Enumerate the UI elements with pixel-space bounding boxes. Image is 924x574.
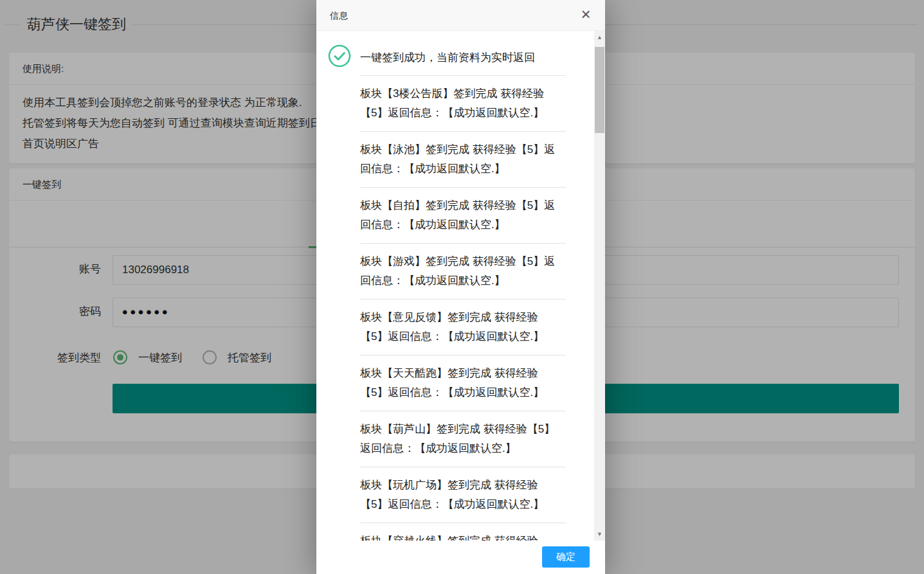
list-item: 板块【3楼公告版】签到完成 获得经验【5】返回信息：【成功返回默认空.】	[360, 76, 566, 132]
info-modal: 信息 × 一键签到成功，当前资料为实时返回 板块【3楼公告版】签到完成 获得经验…	[316, 0, 605, 574]
modal-footer: 确定	[316, 541, 605, 574]
list-item: 板块【自拍】签到完成 获得经验【5】返回信息：【成功返回默认空.】	[360, 188, 566, 244]
list-item: 板块【玩机广场】签到完成 获得经验【5】返回信息：【成功返回默认空.】	[360, 467, 566, 523]
list-item: 板块【葫芦山】签到完成 获得经验【5】返回信息：【成功返回默认空.】	[360, 411, 566, 467]
list-item: 板块【穿越火线】签到完成 获得经验【5】返回信息：【成功返回默认空.】	[360, 523, 566, 541]
modal-scrollbar[interactable]: ▲ ▼	[594, 31, 605, 541]
screen: 葫芦侠一键签到 使用说明: 使用本工具签到会顶掉您之前账号的登录状态 为正常现象…	[0, 0, 924, 574]
list-item: 板块【意见反馈】签到完成 获得经验【5】返回信息：【成功返回默认空.】	[360, 300, 566, 355]
confirm-button[interactable]: 确定	[542, 546, 590, 568]
list-item: 板块【天天酷跑】签到完成 获得经验【5】返回信息：【成功返回默认空.】	[360, 355, 566, 411]
modal-body: 一键签到成功，当前资料为实时返回 板块【3楼公告版】签到完成 获得经验【5】返回…	[316, 31, 594, 541]
close-icon[interactable]: ×	[574, 0, 597, 30]
success-message: 一键签到成功，当前资料为实时返回	[360, 51, 535, 64]
success-check-icon	[328, 44, 351, 67]
scrollbar-up-arrow-icon[interactable]: ▲	[594, 33, 605, 42]
list-item: 板块【泳池】签到完成 获得经验【5】返回信息：【成功返回默认空.】	[360, 132, 566, 188]
modal-header: 信息 ×	[316, 0, 605, 31]
scrollbar-thumb[interactable]	[595, 47, 604, 133]
success-row: 一键签到成功，当前资料为实时返回	[360, 31, 566, 76]
signin-result-list: 板块【3楼公告版】签到完成 获得经验【5】返回信息：【成功返回默认空.】 板块【…	[360, 76, 566, 541]
list-item: 板块【游戏】签到完成 获得经验【5】返回信息：【成功返回默认空.】	[360, 244, 566, 300]
modal-title: 信息	[330, 10, 348, 21]
scrollbar-down-arrow-icon[interactable]: ▼	[594, 530, 605, 539]
